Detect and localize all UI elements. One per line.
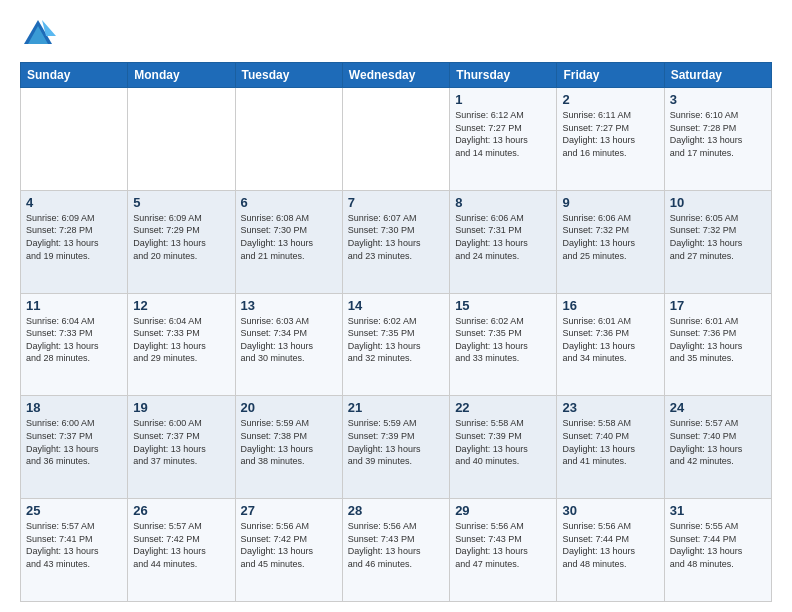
day-info: Sunrise: 5:56 AM Sunset: 7:42 PM Dayligh…	[241, 520, 337, 570]
day-info: Sunrise: 6:01 AM Sunset: 7:36 PM Dayligh…	[670, 315, 766, 365]
day-number: 11	[26, 298, 122, 313]
day-cell: 12Sunrise: 6:04 AM Sunset: 7:33 PM Dayli…	[128, 293, 235, 396]
day-cell: 11Sunrise: 6:04 AM Sunset: 7:33 PM Dayli…	[21, 293, 128, 396]
day-info: Sunrise: 6:00 AM Sunset: 7:37 PM Dayligh…	[26, 417, 122, 467]
day-number: 8	[455, 195, 551, 210]
day-cell: 19Sunrise: 6:00 AM Sunset: 7:37 PM Dayli…	[128, 396, 235, 499]
day-cell: 25Sunrise: 5:57 AM Sunset: 7:41 PM Dayli…	[21, 499, 128, 602]
day-info: Sunrise: 6:04 AM Sunset: 7:33 PM Dayligh…	[133, 315, 229, 365]
day-cell: 14Sunrise: 6:02 AM Sunset: 7:35 PM Dayli…	[342, 293, 449, 396]
day-info: Sunrise: 5:56 AM Sunset: 7:43 PM Dayligh…	[455, 520, 551, 570]
day-number: 4	[26, 195, 122, 210]
day-info: Sunrise: 5:59 AM Sunset: 7:39 PM Dayligh…	[348, 417, 444, 467]
day-info: Sunrise: 5:57 AM Sunset: 7:41 PM Dayligh…	[26, 520, 122, 570]
weekday-header-sunday: Sunday	[21, 63, 128, 88]
day-info: Sunrise: 6:05 AM Sunset: 7:32 PM Dayligh…	[670, 212, 766, 262]
day-number: 14	[348, 298, 444, 313]
week-row-1: 1Sunrise: 6:12 AM Sunset: 7:27 PM Daylig…	[21, 88, 772, 191]
day-info: Sunrise: 5:58 AM Sunset: 7:40 PM Dayligh…	[562, 417, 658, 467]
day-info: Sunrise: 6:02 AM Sunset: 7:35 PM Dayligh…	[455, 315, 551, 365]
day-info: Sunrise: 6:02 AM Sunset: 7:35 PM Dayligh…	[348, 315, 444, 365]
day-number: 16	[562, 298, 658, 313]
day-cell	[128, 88, 235, 191]
day-number: 7	[348, 195, 444, 210]
day-cell: 16Sunrise: 6:01 AM Sunset: 7:36 PM Dayli…	[557, 293, 664, 396]
day-info: Sunrise: 6:07 AM Sunset: 7:30 PM Dayligh…	[348, 212, 444, 262]
day-info: Sunrise: 6:04 AM Sunset: 7:33 PM Dayligh…	[26, 315, 122, 365]
day-number: 23	[562, 400, 658, 415]
day-info: Sunrise: 5:55 AM Sunset: 7:44 PM Dayligh…	[670, 520, 766, 570]
day-number: 24	[670, 400, 766, 415]
day-cell: 9Sunrise: 6:06 AM Sunset: 7:32 PM Daylig…	[557, 190, 664, 293]
day-cell: 6Sunrise: 6:08 AM Sunset: 7:30 PM Daylig…	[235, 190, 342, 293]
day-info: Sunrise: 6:09 AM Sunset: 7:28 PM Dayligh…	[26, 212, 122, 262]
weekday-header-monday: Monday	[128, 63, 235, 88]
day-cell: 1Sunrise: 6:12 AM Sunset: 7:27 PM Daylig…	[450, 88, 557, 191]
week-row-2: 4Sunrise: 6:09 AM Sunset: 7:28 PM Daylig…	[21, 190, 772, 293]
page: SundayMondayTuesdayWednesdayThursdayFrid…	[0, 0, 792, 612]
day-cell	[21, 88, 128, 191]
day-number: 12	[133, 298, 229, 313]
day-info: Sunrise: 5:56 AM Sunset: 7:43 PM Dayligh…	[348, 520, 444, 570]
day-cell: 26Sunrise: 5:57 AM Sunset: 7:42 PM Dayli…	[128, 499, 235, 602]
weekday-header-saturday: Saturday	[664, 63, 771, 88]
day-info: Sunrise: 6:03 AM Sunset: 7:34 PM Dayligh…	[241, 315, 337, 365]
day-cell: 3Sunrise: 6:10 AM Sunset: 7:28 PM Daylig…	[664, 88, 771, 191]
week-row-4: 18Sunrise: 6:00 AM Sunset: 7:37 PM Dayli…	[21, 396, 772, 499]
week-row-5: 25Sunrise: 5:57 AM Sunset: 7:41 PM Dayli…	[21, 499, 772, 602]
day-cell: 5Sunrise: 6:09 AM Sunset: 7:29 PM Daylig…	[128, 190, 235, 293]
day-number: 26	[133, 503, 229, 518]
day-cell: 17Sunrise: 6:01 AM Sunset: 7:36 PM Dayli…	[664, 293, 771, 396]
day-number: 3	[670, 92, 766, 107]
day-info: Sunrise: 6:08 AM Sunset: 7:30 PM Dayligh…	[241, 212, 337, 262]
day-cell: 20Sunrise: 5:59 AM Sunset: 7:38 PM Dayli…	[235, 396, 342, 499]
day-cell: 28Sunrise: 5:56 AM Sunset: 7:43 PM Dayli…	[342, 499, 449, 602]
day-number: 19	[133, 400, 229, 415]
day-number: 17	[670, 298, 766, 313]
day-number: 29	[455, 503, 551, 518]
calendar-table: SundayMondayTuesdayWednesdayThursdayFrid…	[20, 62, 772, 602]
day-info: Sunrise: 6:06 AM Sunset: 7:31 PM Dayligh…	[455, 212, 551, 262]
day-number: 5	[133, 195, 229, 210]
day-info: Sunrise: 6:09 AM Sunset: 7:29 PM Dayligh…	[133, 212, 229, 262]
day-cell: 21Sunrise: 5:59 AM Sunset: 7:39 PM Dayli…	[342, 396, 449, 499]
day-number: 6	[241, 195, 337, 210]
day-number: 9	[562, 195, 658, 210]
week-row-3: 11Sunrise: 6:04 AM Sunset: 7:33 PM Dayli…	[21, 293, 772, 396]
day-info: Sunrise: 5:56 AM Sunset: 7:44 PM Dayligh…	[562, 520, 658, 570]
day-cell	[235, 88, 342, 191]
day-cell: 13Sunrise: 6:03 AM Sunset: 7:34 PM Dayli…	[235, 293, 342, 396]
day-info: Sunrise: 5:58 AM Sunset: 7:39 PM Dayligh…	[455, 417, 551, 467]
day-cell: 30Sunrise: 5:56 AM Sunset: 7:44 PM Dayli…	[557, 499, 664, 602]
day-cell: 27Sunrise: 5:56 AM Sunset: 7:42 PM Dayli…	[235, 499, 342, 602]
weekday-header-tuesday: Tuesday	[235, 63, 342, 88]
day-cell: 31Sunrise: 5:55 AM Sunset: 7:44 PM Dayli…	[664, 499, 771, 602]
day-number: 27	[241, 503, 337, 518]
day-cell: 2Sunrise: 6:11 AM Sunset: 7:27 PM Daylig…	[557, 88, 664, 191]
day-number: 1	[455, 92, 551, 107]
day-cell: 29Sunrise: 5:56 AM Sunset: 7:43 PM Dayli…	[450, 499, 557, 602]
day-info: Sunrise: 6:11 AM Sunset: 7:27 PM Dayligh…	[562, 109, 658, 159]
weekday-header-wednesday: Wednesday	[342, 63, 449, 88]
day-number: 15	[455, 298, 551, 313]
day-cell: 8Sunrise: 6:06 AM Sunset: 7:31 PM Daylig…	[450, 190, 557, 293]
day-cell: 4Sunrise: 6:09 AM Sunset: 7:28 PM Daylig…	[21, 190, 128, 293]
logo	[20, 16, 62, 52]
weekday-header-friday: Friday	[557, 63, 664, 88]
day-cell: 10Sunrise: 6:05 AM Sunset: 7:32 PM Dayli…	[664, 190, 771, 293]
day-number: 31	[670, 503, 766, 518]
day-cell: 15Sunrise: 6:02 AM Sunset: 7:35 PM Dayli…	[450, 293, 557, 396]
header	[20, 16, 772, 52]
day-number: 21	[348, 400, 444, 415]
day-number: 28	[348, 503, 444, 518]
day-number: 18	[26, 400, 122, 415]
day-info: Sunrise: 5:57 AM Sunset: 7:42 PM Dayligh…	[133, 520, 229, 570]
day-info: Sunrise: 6:10 AM Sunset: 7:28 PM Dayligh…	[670, 109, 766, 159]
day-cell: 18Sunrise: 6:00 AM Sunset: 7:37 PM Dayli…	[21, 396, 128, 499]
day-info: Sunrise: 6:00 AM Sunset: 7:37 PM Dayligh…	[133, 417, 229, 467]
day-info: Sunrise: 5:59 AM Sunset: 7:38 PM Dayligh…	[241, 417, 337, 467]
day-number: 30	[562, 503, 658, 518]
day-cell: 7Sunrise: 6:07 AM Sunset: 7:30 PM Daylig…	[342, 190, 449, 293]
logo-icon	[20, 16, 56, 52]
day-cell: 23Sunrise: 5:58 AM Sunset: 7:40 PM Dayli…	[557, 396, 664, 499]
